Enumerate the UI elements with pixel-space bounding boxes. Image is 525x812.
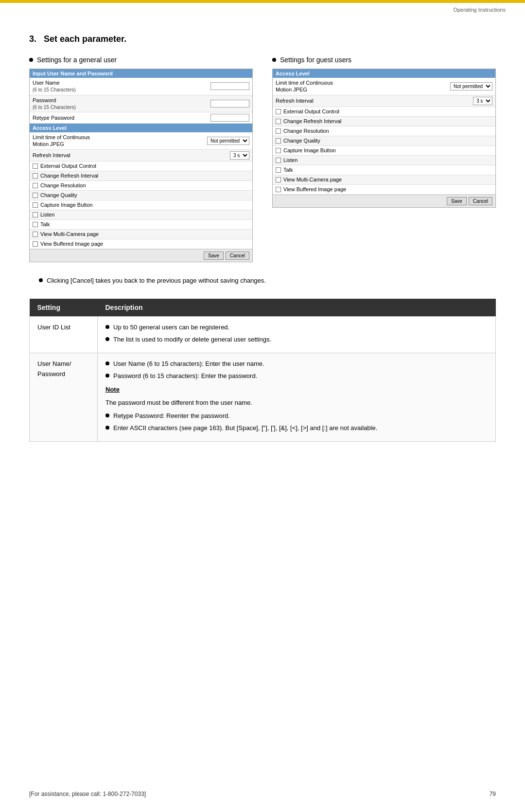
description-cell-2: User Name (6 to 15 characters): Enter th… bbox=[98, 353, 496, 441]
right-label-bullet bbox=[272, 58, 276, 62]
rcb-row-9: View Buffered Image page bbox=[273, 185, 495, 195]
left-panel-1: Input User Name and Password User Name(6… bbox=[29, 69, 253, 262]
right-cancel-button[interactable]: Cancel bbox=[469, 197, 492, 205]
rcb-talk bbox=[276, 167, 281, 173]
left-col-label: Settings for a general user bbox=[29, 56, 253, 64]
right-limit-row: Limit time of ContinuousMotion JPEG Not … bbox=[273, 78, 495, 95]
left-refresh-row: Refresh Interval 3 s 1 s 5 s bbox=[30, 150, 252, 162]
setting-cell-2: User Name/Password bbox=[30, 353, 98, 441]
rcb-row-1: External Output Control bbox=[273, 107, 495, 117]
left-panel-footer: Save Cancel bbox=[30, 249, 252, 262]
retype-input[interactable] bbox=[210, 114, 249, 122]
username-input[interactable] bbox=[210, 82, 249, 90]
left-limit-select[interactable]: Not permitted 1 min 5 min bbox=[207, 137, 249, 145]
rcb-external-label: External Output Control bbox=[283, 108, 339, 114]
rcb-change-refresh-label: Change Refresh Interval bbox=[283, 118, 341, 124]
cb-buffered-left bbox=[33, 241, 38, 247]
top-accent-bar bbox=[0, 0, 525, 3]
cb-row-5: Capture Image Button bbox=[30, 200, 252, 210]
right-refresh-label: Refresh Interval bbox=[276, 97, 473, 104]
rcb-listen bbox=[276, 158, 281, 163]
footer-page-number: 79 bbox=[490, 791, 496, 797]
extra-text-1: Retype Password: Reenter the password. bbox=[113, 411, 230, 421]
desc-text-2b: Password (6 to 15 characters): Enter the… bbox=[113, 371, 257, 381]
left-limit-row: Limit time of ContinuousMotion JPEG Not … bbox=[30, 132, 252, 150]
setting-cell-1: User ID List bbox=[30, 317, 98, 353]
cb-capture-label-left: Capture Image Button bbox=[40, 202, 93, 208]
left-limit-label: Limit time of ContinuousMotion JPEG bbox=[33, 134, 207, 148]
bullet-note-text: Clicking [Cancel] takes you back to the … bbox=[47, 276, 266, 286]
cb-row-2: Change Refresh Interval bbox=[30, 171, 252, 181]
rcb-row-8: View Multi-Camera page bbox=[273, 175, 495, 185]
description-cell-1: Up to 50 general users can be registered… bbox=[98, 317, 496, 353]
cb-talk-label-left: Talk bbox=[40, 221, 50, 227]
desc-text-1a: Up to 50 general users can be registered… bbox=[113, 323, 229, 333]
rcb-row-7: Talk bbox=[273, 165, 495, 175]
rcb-multicam bbox=[276, 177, 281, 182]
rcb-capture bbox=[276, 148, 281, 153]
right-screenshot-col: Settings for guest users Access Level Li… bbox=[272, 56, 496, 208]
right-refresh-row: Refresh Interval 3 s 1 s bbox=[273, 95, 495, 107]
left-refresh-select[interactable]: 3 s 1 s 5 s bbox=[230, 151, 249, 160]
cb-capture-left bbox=[33, 202, 38, 208]
password-input[interactable] bbox=[210, 100, 249, 108]
retype-label: Retype Password bbox=[33, 114, 210, 121]
panel-username-row: User Name(6 to 15 Characters) bbox=[30, 78, 252, 95]
rcb-row-2: Change Refresh Interval bbox=[273, 117, 495, 126]
rcb-change-res-label: Change Resolution bbox=[283, 128, 329, 134]
note-text: The password must be different from the … bbox=[105, 398, 488, 408]
cb-external-label-left: External Output Control bbox=[40, 163, 96, 169]
note-heading: Note bbox=[105, 385, 488, 395]
rcb-row-6: Listen bbox=[273, 156, 495, 165]
left-save-button[interactable]: Save bbox=[204, 252, 224, 260]
panel-retype-row: Retype Password bbox=[30, 112, 252, 124]
cb-listen-label-left: Listen bbox=[40, 212, 54, 217]
step-number: 3. bbox=[29, 34, 36, 44]
rcb-row-5: Capture Image Button bbox=[273, 146, 495, 156]
desc-bullet-dot-2a bbox=[105, 361, 109, 365]
cb-change-res-label-left: Change Resolution bbox=[40, 182, 86, 188]
step-title: Set each parameter. bbox=[44, 34, 126, 44]
right-save-button[interactable]: Save bbox=[447, 197, 467, 205]
cb-row-3: Change Resolution bbox=[30, 181, 252, 191]
cb-change-refresh-label-left: Change Refresh Interval bbox=[40, 173, 98, 179]
rcb-change-qual-label: Change Quality bbox=[283, 138, 320, 144]
left-cancel-button[interactable]: Cancel bbox=[226, 252, 249, 260]
left-refresh-label: Refresh Interval bbox=[33, 152, 230, 159]
rcb-change-refresh bbox=[276, 119, 281, 124]
cb-talk-left bbox=[33, 222, 38, 227]
right-col-label: Settings for guest users bbox=[272, 56, 496, 64]
extra-bullet-dot-1 bbox=[105, 414, 109, 417]
right-panel-footer: Save Cancel bbox=[273, 195, 495, 207]
cb-external-left bbox=[33, 163, 38, 169]
rcb-row-4: Change Quality bbox=[273, 136, 495, 146]
desc-bullet-2a: User Name (6 to 15 characters): Enter th… bbox=[105, 359, 488, 369]
panel1-header: Input User Name and Password bbox=[30, 69, 252, 78]
cb-listen-left bbox=[33, 212, 38, 217]
cb-row-7: Talk bbox=[30, 220, 252, 230]
left-label-bullet bbox=[29, 58, 33, 62]
right-panel-header: Access Level bbox=[273, 69, 495, 78]
cb-multicam-left bbox=[33, 232, 38, 237]
right-limit-label: Limit time of ContinuousMotion JPEG bbox=[276, 79, 450, 93]
header-label: Operating Instructions bbox=[453, 7, 506, 13]
settings-table: Setting Description User ID List Up to 5… bbox=[29, 299, 496, 441]
right-panel: Access Level Limit time of ContinuousMot… bbox=[272, 69, 496, 208]
cb-row-6: Listen bbox=[30, 210, 252, 220]
desc-text-2a: User Name (6 to 15 characters): Enter th… bbox=[113, 359, 264, 369]
bullet-note-dot bbox=[39, 278, 43, 282]
bullet-note: Clicking [Cancel] takes you back to the … bbox=[29, 276, 496, 286]
step-heading: 3. Set each parameter. bbox=[29, 34, 496, 44]
rcb-talk-label: Talk bbox=[283, 167, 293, 173]
right-limit-select[interactable]: Not permitted 1 min bbox=[450, 82, 492, 90]
cb-change-res-left bbox=[33, 183, 38, 188]
desc-bullet-1a: Up to 50 general users can be registered… bbox=[105, 323, 488, 333]
screenshots-row: Settings for a general user Input User N… bbox=[29, 56, 496, 262]
right-refresh-select[interactable]: 3 s 1 s bbox=[473, 97, 492, 105]
table-row: User Name/Password User Name (6 to 15 ch… bbox=[30, 353, 496, 441]
rcb-buffered bbox=[276, 187, 281, 192]
panel2-header: Access Level bbox=[30, 124, 252, 132]
desc-bullet-1b: The list is used to modify or delete gen… bbox=[105, 335, 488, 345]
rcb-change-qual bbox=[276, 138, 281, 144]
extra-bullet-2: Enter ASCII characters (see page 163). B… bbox=[105, 423, 488, 433]
